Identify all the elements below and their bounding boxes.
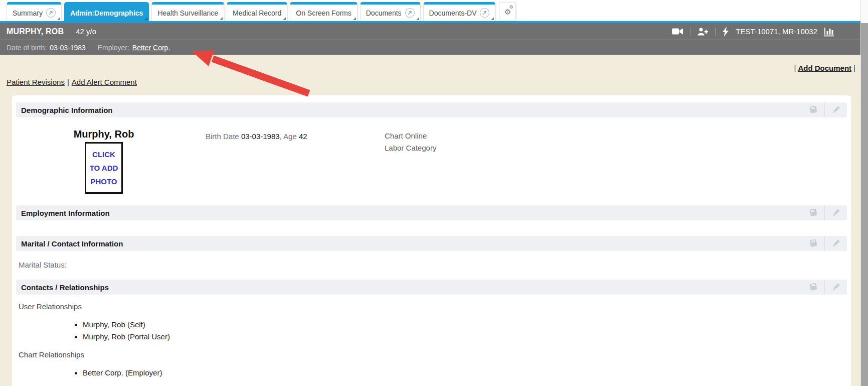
chart-relationships-label: Chart Relationships xyxy=(19,351,847,358)
labor-category-label: Labor Category xyxy=(385,144,436,152)
section-title: Marital / Contact Information xyxy=(21,239,123,248)
section-header-employment-information: Employment Information xyxy=(16,205,847,220)
bar-chart-icon[interactable] xyxy=(824,27,834,37)
tab-on-screen-forms[interactable]: On Screen Forms xyxy=(290,2,357,21)
divider xyxy=(715,28,716,36)
section-header-demographic-information: Demographic Information xyxy=(16,102,847,117)
audit-book-icon[interactable] xyxy=(802,205,824,220)
list-item: Murphy, Rob (Portal User) xyxy=(83,331,847,343)
photo-placeholder-line: CLICK xyxy=(86,148,121,161)
marital-status-label: Marital Status: xyxy=(19,261,847,269)
birth-date-value: 03-03-1983 xyxy=(241,132,280,141)
content-area: |Add Document| Patient Revisions|Add Ale… xyxy=(0,55,860,386)
tab-label: Summary xyxy=(13,9,43,17)
tab-medical-record[interactable]: Medical Record xyxy=(227,2,287,21)
chart-relationships-list: Better Corp. (Employer) xyxy=(16,367,847,379)
dob-value: 03-03-1983 xyxy=(50,44,86,52)
patient-subheader-bar: Date of birth: 03-03-1983 Employer: Bett… xyxy=(0,40,860,55)
tab-settings-button[interactable]: ⚙ ⚙ xyxy=(499,2,516,21)
tab-health-surveillance[interactable]: Health Surveillance xyxy=(151,2,224,21)
photo-placeholder-line: TO ADD xyxy=(86,161,121,175)
vertical-scrollbar[interactable] xyxy=(860,0,868,386)
tab-label: Documents xyxy=(366,9,402,17)
age-value: 42 xyxy=(299,132,307,141)
tab-documents[interactable]: Documents xyxy=(360,2,421,21)
patient-display-name: Murphy, Rob xyxy=(16,129,192,139)
section-title: Contacts / Relationships xyxy=(21,283,109,292)
add-person-icon[interactable] xyxy=(697,27,709,36)
patient-age: 42 y/o xyxy=(76,27,96,36)
add-photo-placeholder[interactable]: CLICK TO ADD PHOTO xyxy=(85,142,123,194)
pipe: | xyxy=(67,78,69,86)
add-document-link[interactable]: Add Document xyxy=(798,64,851,72)
demographics-panel: Demographic Information Murphy, Rob CLIC… xyxy=(12,95,851,386)
photo-placeholder-line: PHOTO xyxy=(86,175,121,188)
tab-admin-demographics[interactable]: Admin:Demographics xyxy=(64,2,149,21)
patient-name: MURPHY, ROB xyxy=(7,27,64,36)
pipe: | xyxy=(853,64,855,72)
tab-label: On Screen Forms xyxy=(296,9,351,17)
popout-icon[interactable] xyxy=(46,8,56,18)
document-actions-row: |Add Document| xyxy=(0,55,860,73)
tab-documents-dv[interactable]: Documents-DV xyxy=(423,2,496,21)
birth-date-line: Birth Date 03-03-1983, Age 42 xyxy=(192,129,357,141)
scrollbar-thumb[interactable] xyxy=(861,23,868,386)
add-alert-comment-link[interactable]: Add Alert Comment xyxy=(72,78,137,86)
edit-pencil-icon[interactable] xyxy=(825,236,847,251)
audit-book-icon[interactable] xyxy=(802,236,824,251)
app-window: Summary Admin:Demographics Health Survei… xyxy=(0,0,860,386)
chart-status-column: Chart Online Labor Category xyxy=(357,129,436,152)
age-label: , Age xyxy=(280,132,297,141)
employer-label: Employer: xyxy=(98,44,129,52)
demographic-summary: Murphy, Rob CLICK TO ADD PHOTO Birth Dat… xyxy=(16,129,847,194)
popout-icon[interactable] xyxy=(405,8,415,18)
popout-icon[interactable] xyxy=(480,8,489,18)
video-camera-icon[interactable] xyxy=(671,27,683,36)
edit-pencil-icon[interactable] xyxy=(825,205,847,220)
edit-pencil-icon[interactable] xyxy=(825,280,847,295)
dob-label: Date of birth: xyxy=(7,44,47,52)
lightning-bolt-icon[interactable] xyxy=(722,27,729,37)
edit-pencil-icon[interactable] xyxy=(825,102,847,117)
section-header-marital-contact-information: Marital / Contact Information xyxy=(16,236,847,251)
list-item: Murphy, Rob (Self) xyxy=(83,319,847,331)
audit-book-icon[interactable] xyxy=(802,280,824,295)
patient-header-bar: MURPHY, ROB 42 y/o TEST-10071, MR-10032 xyxy=(0,23,860,40)
patient-revisions-link[interactable]: Patient Revisions xyxy=(7,78,65,86)
user-relationships-label: User Relationships xyxy=(19,303,847,310)
tab-label: Admin:Demographics xyxy=(70,9,143,17)
pipe: | xyxy=(794,64,796,72)
tab-summary[interactable]: Summary xyxy=(7,2,62,21)
chart-tab-bar: Summary Admin:Demographics Health Survei… xyxy=(0,0,860,23)
section-header-contacts-relationships: Contacts / Relationships xyxy=(16,280,847,295)
birth-date-label: Birth Date xyxy=(206,132,239,141)
patient-links-row: Patient Revisions|Add Alert Comment xyxy=(0,73,860,87)
patient-record-ids: TEST-10071, MR-10032 xyxy=(736,27,817,36)
audit-book-icon[interactable] xyxy=(802,102,824,117)
user-relationships-list: Murphy, Rob (Self) Murphy, Rob (Portal U… xyxy=(16,319,847,343)
list-item: Better Corp. (Employer) xyxy=(83,367,847,379)
divider xyxy=(690,28,690,36)
tab-label: Medical Record xyxy=(233,9,281,17)
employer-link[interactable]: Better Corp. xyxy=(132,44,170,52)
settings-gears-icon-small: ⚙ xyxy=(509,5,513,10)
section-title: Demographic Information xyxy=(21,106,113,114)
tab-label: Documents-DV xyxy=(429,9,477,17)
tab-label: Health Surveillance xyxy=(157,9,218,17)
section-title: Employment Information xyxy=(21,209,110,217)
chart-online-label: Chart Online xyxy=(385,132,436,140)
